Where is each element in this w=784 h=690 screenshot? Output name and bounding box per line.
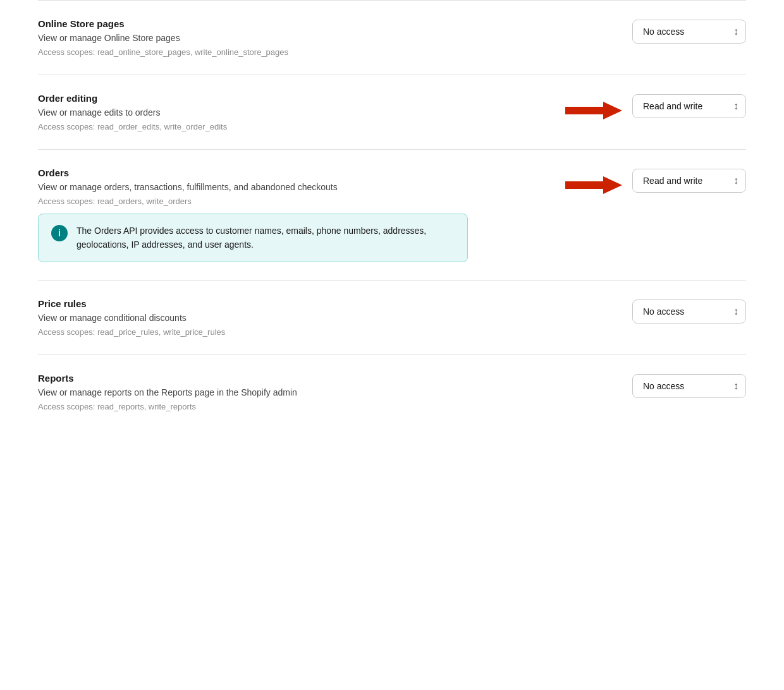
permission-row-price-rules: Price rulesView or manage conditional di…: [38, 280, 746, 354]
info-text: The Orders API provides access to custom…: [77, 224, 455, 251]
permission-title-price-rules: Price rules: [38, 298, 468, 309]
permission-desc-orders: View or manage orders, transactions, ful…: [38, 181, 468, 194]
permission-desc-price-rules: View or manage conditional discounts: [38, 312, 468, 325]
select-reports[interactable]: No accessReadRead and write: [632, 374, 746, 398]
select-wrapper-order-editing: No accessReadRead and write↕: [632, 94, 746, 118]
permission-title-reports: Reports: [38, 373, 468, 384]
info-box-orders: iThe Orders API provides access to custo…: [38, 214, 468, 262]
permission-control-order-editing: No accessReadRead and write↕: [565, 93, 746, 122]
info-icon: i: [51, 225, 68, 241]
permission-title-orders: Orders: [38, 167, 468, 178]
permission-scopes-orders: Access scopes: read_orders, write_orders: [38, 197, 468, 206]
permission-control-orders: No accessReadRead and write↕: [565, 167, 746, 197]
select-wrapper-online-store-pages: No accessReadRead and write↕: [632, 20, 746, 44]
permission-scopes-reports: Access scopes: read_reports, write_repor…: [38, 402, 468, 411]
permission-info-order-editing: Order editingView or manage edits to ord…: [38, 93, 493, 131]
permission-desc-online-store-pages: View or manage Online Store pages: [38, 32, 468, 45]
permission-control-online-store-pages: No accessReadRead and write↕: [632, 18, 746, 44]
permission-info-reports: ReportsView or manage reports on the Rep…: [38, 373, 493, 411]
red-arrow-order-editing: [565, 94, 622, 122]
permission-info-price-rules: Price rulesView or manage conditional di…: [38, 298, 493, 337]
permission-title-order-editing: Order editing: [38, 93, 468, 104]
permission-row-reports: ReportsView or manage reports on the Rep…: [38, 354, 746, 429]
select-online-store-pages[interactable]: No accessReadRead and write: [632, 20, 746, 44]
permission-control-price-rules: No accessReadRead and write↕: [632, 298, 746, 324]
svg-marker-0: [565, 102, 622, 119]
select-order-editing[interactable]: No accessReadRead and write: [632, 94, 746, 118]
red-arrow-orders: [565, 169, 622, 197]
arrow-svg: [565, 174, 622, 197]
select-price-rules[interactable]: No accessReadRead and write: [632, 300, 746, 324]
permission-info-orders: OrdersView or manage orders, transaction…: [38, 167, 493, 262]
permission-row-orders: OrdersView or manage orders, transaction…: [38, 149, 746, 280]
select-wrapper-price-rules: No accessReadRead and write↕: [632, 300, 746, 324]
arrow-svg: [565, 99, 622, 122]
permission-desc-reports: View or manage reports on the Reports pa…: [38, 386, 468, 399]
select-orders[interactable]: No accessReadRead and write: [632, 169, 746, 193]
permissions-page: Online Store pagesView or manage Online …: [0, 0, 784, 429]
permission-title-online-store-pages: Online Store pages: [38, 18, 468, 29]
permission-scopes-online-store-pages: Access scopes: read_online_store_pages, …: [38, 47, 468, 57]
permission-desc-order-editing: View or manage edits to orders: [38, 106, 468, 119]
permission-row-online-store-pages: Online Store pagesView or manage Online …: [38, 0, 746, 75]
select-wrapper-reports: No accessReadRead and write↕: [632, 374, 746, 398]
permission-scopes-price-rules: Access scopes: read_price_rules, write_p…: [38, 327, 468, 337]
svg-marker-1: [565, 176, 622, 194]
permission-scopes-order-editing: Access scopes: read_order_edits, write_o…: [38, 122, 468, 131]
select-wrapper-orders: No accessReadRead and write↕: [632, 169, 746, 193]
permission-info-online-store-pages: Online Store pagesView or manage Online …: [38, 18, 493, 57]
permission-control-reports: No accessReadRead and write↕: [632, 373, 746, 398]
permission-row-order-editing: Order editingView or manage edits to ord…: [38, 75, 746, 149]
